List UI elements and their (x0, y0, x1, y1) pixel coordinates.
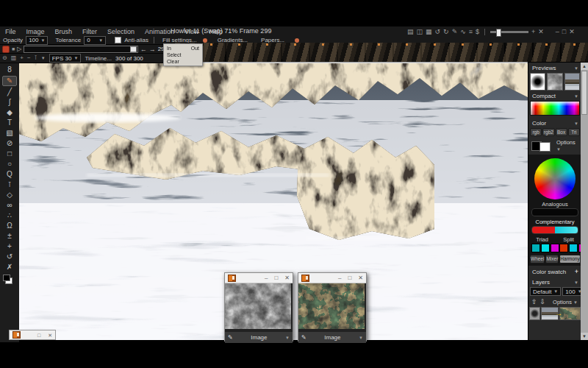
header-icon[interactable]: ∿ (460, 27, 466, 36)
menu-item[interactable]: Selection (102, 27, 140, 36)
menu-item[interactable]: Image (21, 27, 50, 36)
popup-item-clear[interactable]: Clear (167, 59, 199, 64)
anim-icon[interactable]: ▥ (11, 54, 17, 63)
layer-visibility-thumb[interactable] (529, 307, 540, 320)
secondary-color-swatch[interactable] (539, 142, 550, 152)
tool-button[interactable]: ✗ (3, 263, 16, 272)
maximize-button[interactable]: □ (274, 273, 278, 283)
texture-window-1-titlebar[interactable]: – □ ✕ (225, 273, 293, 283)
tool-button[interactable]: Q (3, 170, 16, 179)
tolerance-select[interactable]: 0▼ (84, 36, 106, 45)
next-frame-button[interactable]: → (149, 46, 156, 53)
popup-item-out[interactable]: Out (191, 46, 199, 51)
popup-item-select[interactable]: Select (167, 52, 199, 57)
color-tab[interactable]: rgb2 (542, 128, 554, 136)
triad-swatch[interactable] (531, 244, 540, 252)
compact-color-picker[interactable] (530, 101, 580, 116)
tool-button[interactable]: ⊘ (3, 139, 16, 148)
tool-button[interactable]: ▧ (3, 129, 16, 138)
texture-window-2-titlebar[interactable]: – □ ✕ (298, 273, 366, 283)
maximize-button[interactable]: □ (348, 273, 351, 283)
layer-preset-select[interactable]: Default▼ (530, 287, 561, 296)
anim-icon[interactable]: + (20, 54, 24, 63)
previews-header[interactable]: Previews▼ (528, 63, 581, 73)
maximize-button[interactable]: □ (37, 330, 40, 340)
menu-item[interactable]: Brush (50, 27, 78, 36)
header-icon[interactable]: ↻ (443, 27, 449, 36)
noise-texture-image[interactable] (225, 283, 291, 329)
header-icon[interactable]: ✎ (452, 27, 458, 36)
close-button[interactable]: ✕ (48, 330, 52, 340)
header-icon[interactable]: ≡ (469, 27, 473, 36)
anim-icon[interactable]: ⊖ (2, 54, 7, 63)
tool-button[interactable]: + (3, 242, 16, 251)
color-tab[interactable]: rgb (530, 128, 542, 136)
color-options-button[interactable]: Options ▼ (556, 139, 578, 152)
layer-thumb-texture[interactable] (559, 307, 581, 320)
camo-texture-image[interactable] (298, 283, 365, 329)
popup-item-in[interactable]: In (167, 46, 171, 51)
layer-options-button[interactable]: Options ▼ (553, 299, 578, 305)
menu-item[interactable]: File (0, 27, 21, 36)
split-swatch[interactable] (559, 244, 568, 252)
tool-button[interactable]: ◆ (3, 108, 16, 117)
minimize-button[interactable]: – (556, 27, 559, 36)
anim-icon[interactable]: − (27, 54, 31, 63)
brush-preview-thumb[interactable] (530, 73, 545, 91)
tool-button[interactable]: Ω (3, 222, 16, 230)
frame-scrubber[interactable] (24, 46, 137, 53)
triad-swatch[interactable] (551, 244, 559, 252)
texture-window-2[interactable]: – □ ✕ ✎ Image ▼ (298, 272, 367, 342)
minimize-button[interactable]: – (265, 273, 268, 283)
analogous-bar[interactable] (531, 208, 578, 216)
fps-select[interactable]: FPS 30▼ (49, 54, 82, 63)
color-header[interactable]: Color▼ (528, 118, 581, 128)
texture-preview-thumb[interactable] (547, 73, 562, 91)
anti-alias-checkbox[interactable] (115, 37, 121, 43)
increase-button[interactable]: + (531, 27, 535, 36)
tool-button[interactable]: □ (3, 149, 16, 158)
close-button[interactable]: ✕ (284, 273, 290, 283)
tool-button[interactable]: ○ (3, 160, 16, 169)
close-button[interactable]: ✕ (358, 273, 363, 283)
mode-tab[interactable]: Mixer (545, 255, 559, 263)
image-preview-thumb[interactable] (564, 73, 580, 91)
color-swatch-header[interactable]: Color swatch + (528, 266, 581, 277)
scroll-up-icon[interactable]: ▲ (581, 63, 588, 70)
tool-button[interactable]: ʃ (3, 98, 16, 107)
header-icon[interactable]: $ (476, 27, 479, 36)
pencil-icon[interactable]: ✎ (228, 334, 233, 341)
slider-handle[interactable] (496, 29, 501, 37)
brush-size-slider[interactable] (490, 31, 528, 33)
scrollbar-thumb[interactable] (581, 71, 587, 115)
tool-button[interactable]: ± (3, 232, 16, 241)
header-icon[interactable]: ◫ (417, 27, 423, 36)
fg-bg-swatches[interactable] (3, 275, 16, 283)
chevron-down-icon[interactable]: ▼ (285, 336, 290, 340)
texture-window-1[interactable]: – □ ✕ ✎ Image ▼ (224, 272, 293, 342)
timeline-button[interactable]: Timeline... (85, 55, 112, 62)
tool-button[interactable]: ◇ (3, 191, 16, 199)
tool-button[interactable]: 8 (3, 66, 16, 74)
anim-icon[interactable]: ⊺ (35, 54, 37, 63)
tool-button[interactable]: T (3, 118, 16, 127)
timeline-filmstrip[interactable] (171, 43, 588, 63)
panel-scrollbar[interactable]: ▲ ▼ (581, 63, 588, 340)
header-icon[interactable]: ▤ (407, 27, 414, 36)
color-tab[interactable]: Box (556, 128, 567, 136)
mode-tab[interactable]: Harmony (559, 255, 580, 263)
close-button[interactable]: ✕ (569, 27, 575, 36)
tool-button[interactable]: ╱ (3, 88, 16, 96)
record-button[interactable] (2, 46, 10, 53)
color-tab[interactable]: Tri (568, 128, 580, 136)
header-icon[interactable]: ↺ (435, 27, 441, 36)
maximize-button[interactable]: □ (562, 27, 566, 36)
header-icon[interactable]: ▦ (426, 27, 432, 36)
split-swatch[interactable] (569, 244, 578, 252)
minimize-button[interactable]: – (338, 273, 341, 283)
mode-tab[interactable]: Wheel (530, 255, 545, 263)
layer-opacity-select[interactable]: 100▼ (562, 287, 581, 296)
color-wheel[interactable] (534, 158, 576, 199)
tool-button[interactable]: ✎ (2, 76, 17, 86)
tool-button[interactable]: ∴ (3, 211, 16, 220)
